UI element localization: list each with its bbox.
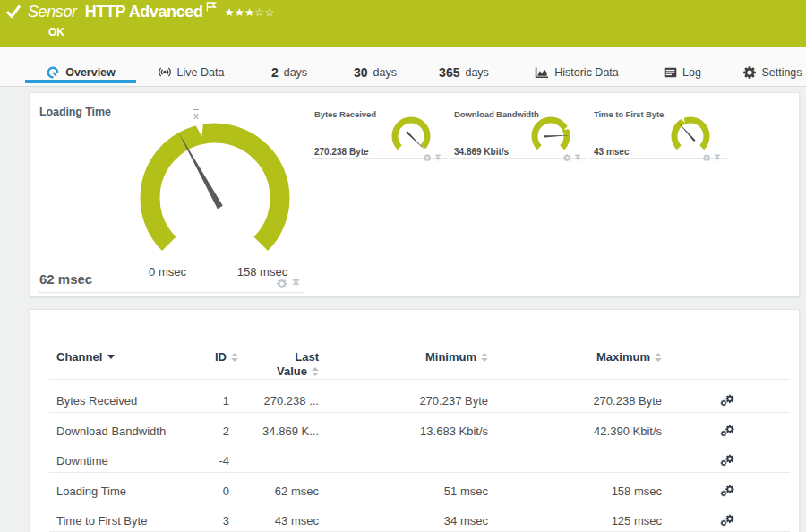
cell-channel[interactable]: Download Bandwidth (56, 420, 166, 442)
priority-stars[interactable]: ★★★☆☆ (224, 5, 274, 19)
sort-icon (655, 353, 662, 362)
gauge-title: Loading Time (39, 106, 111, 118)
historic-data-icon (535, 66, 549, 79)
cell-minimum: 34 msec (345, 510, 488, 531)
cell-maximum: 125 msec (519, 510, 662, 531)
tab-30-days-label: days (373, 66, 397, 79)
channel-settings-icon[interactable] (718, 420, 736, 442)
active-tab-underline (25, 80, 136, 83)
cell-maximum: 270.238 Byte (519, 390, 662, 411)
stars-empty: ☆☆ (254, 5, 274, 19)
gauge-tile-actions (424, 149, 442, 165)
cell-channel[interactable]: Bytes Received (56, 390, 137, 411)
tab-historic-data-label: Historic Data (554, 66, 619, 79)
tab-365-days-number: 365 (439, 65, 459, 80)
gauge-settings-gear-icon[interactable] (277, 276, 287, 292)
cell-channel[interactable]: Loading Time (56, 480, 126, 502)
cell-maximum: 158 msec (519, 480, 662, 502)
live-data-icon (158, 65, 172, 79)
table-row: Downtime -4 (49, 450, 790, 471)
table-divider (49, 379, 790, 380)
tab-log-label: Log (682, 66, 701, 79)
sensor-header: SensorHTTP Advanced ★★★☆☆ OK (0, 0, 806, 47)
sort-icon (481, 353, 488, 362)
tab-2-days[interactable]: 2 days (260, 58, 319, 86)
tab-settings-label: Settings (761, 66, 802, 79)
gauge-value: 270.238 Byte (314, 147, 369, 157)
loading-time-gauge (125, 117, 304, 270)
channels-table-panel: Channel ID Last Value Minimum Maximum By… (30, 309, 800, 532)
gauge-pin-icon[interactable] (574, 149, 581, 165)
table-row: Download Bandwidth 2 34.869 K... 13.683 … (49, 420, 790, 442)
status-badge: OK (48, 26, 64, 39)
table-divider (49, 502, 790, 502)
gauge-settings-gear-icon[interactable] (563, 149, 571, 165)
gauge-pin-icon[interactable] (434, 149, 442, 165)
channel-settings-icon[interactable] (718, 510, 736, 531)
tab-live-data[interactable]: Live Data (146, 58, 236, 86)
cell-last-value: 43 msec (211, 510, 319, 531)
gauge-scale-min: 0 msec (132, 265, 203, 279)
stars-filled: ★★★ (224, 5, 254, 19)
sort-desc-caret-icon (107, 355, 115, 359)
object-kind-label: Sensor (28, 3, 77, 21)
tab-30-days-number: 30 (354, 65, 368, 80)
tab-365-days-label: days (465, 66, 488, 79)
tab-overview-label: Overview (65, 66, 116, 79)
column-header-maximum[interactable]: Maximum (519, 350, 662, 364)
gauge-pin-icon[interactable] (291, 276, 301, 292)
channel-settings-icon[interactable] (718, 450, 736, 471)
table-divider (49, 442, 790, 442)
channel-settings-icon[interactable] (718, 390, 736, 411)
gauge-tile-bytes-received: Bytes Received 270.238 Byte (311, 106, 448, 159)
cell-last-value: 62 msec (211, 480, 319, 502)
cell-channel[interactable]: Time to First Byte (56, 510, 147, 531)
cell-last-value (211, 450, 319, 471)
gauge-value: 34.869 Kbit/s (454, 147, 509, 157)
tab-2-days-number: 2 (271, 65, 279, 80)
cell-channel[interactable]: Downtime (56, 450, 108, 471)
column-header-minimum[interactable]: Minimum (345, 350, 488, 364)
gauge-tile-actions (703, 149, 722, 165)
gauge-value: 43 msec (594, 147, 629, 157)
cell-minimum: 13.683 Kbit/s (345, 420, 488, 442)
gauges-panel: Loading Time x 0 msec 158 msec 62 msec B… (30, 92, 800, 296)
tab-historic-data[interactable]: Historic Data (527, 58, 627, 86)
cell-minimum (345, 450, 488, 471)
settings-gear-icon (743, 66, 756, 79)
tab-live-data-label: Live Data (177, 66, 225, 79)
tab-365-days[interactable]: 365 days (428, 58, 500, 86)
table-divider (49, 412, 790, 413)
gauge-tile-time-to-first-byte: Time to First Byte 43 msec (590, 106, 727, 159)
status-check-icon (5, 4, 21, 22)
prtg-sensor-page: SensorHTTP Advanced ★★★☆☆ OK Overview Li… (0, 0, 806, 532)
gauge-settings-gear-icon[interactable] (703, 149, 711, 165)
cell-last-value: 270.238 ... (211, 390, 319, 411)
sort-icon (312, 367, 319, 376)
gauge-title: Time to First Byte (594, 109, 664, 119)
tab-settings[interactable]: Settings (737, 58, 806, 86)
gauge-tile-actions (563, 149, 582, 165)
log-icon (664, 67, 677, 78)
gauge-tile-actions (277, 276, 302, 292)
channel-settings-icon[interactable] (718, 480, 736, 502)
priority-flag-icon[interactable] (206, 0, 217, 15)
column-header-last-value[interactable]: Last Value (211, 350, 319, 379)
cell-minimum: 51 msec (345, 480, 488, 502)
table-row: Loading Time 0 62 msec 51 msec 158 msec (49, 480, 790, 502)
table-row: Time to First Byte 3 43 msec 34 msec 125… (49, 510, 790, 531)
tab-log[interactable]: Log (657, 58, 707, 86)
gauge-settings-gear-icon[interactable] (424, 149, 432, 165)
sensor-name: HTTP Advanced (85, 3, 203, 21)
sensor-title-row: SensorHTTP Advanced ★★★☆☆ (28, 0, 275, 23)
table-divider (49, 472, 790, 473)
gauge-tile-download-bandwidth: Download Bandwidth 34.869 Kbit/s (450, 106, 587, 159)
tab-30-days[interactable]: 30 days (343, 58, 407, 86)
gauge-value: 62 msec (39, 271, 92, 287)
gauge-title: Bytes Received (314, 109, 376, 119)
average-marker-label: x (183, 110, 210, 121)
gauge-icon (46, 65, 60, 80)
column-header-channel[interactable]: Channel (56, 350, 115, 364)
gauge-pin-icon[interactable] (714, 149, 721, 165)
tab-bar: Overview Live Data 2 days 30 days 365 da… (0, 47, 806, 87)
